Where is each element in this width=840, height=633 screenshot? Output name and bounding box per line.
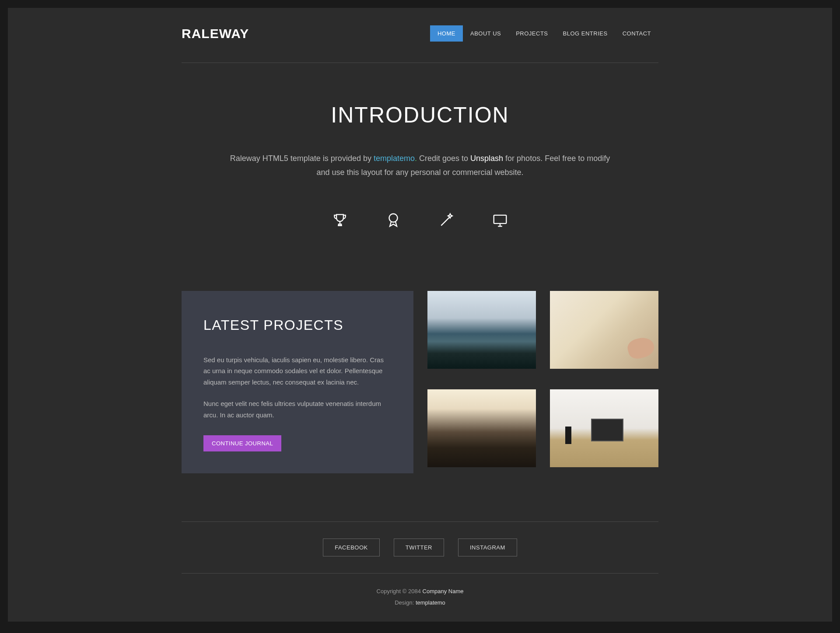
projects-paragraph-1: Sed eu turpis vehicula, iaculis sapien e… <box>203 354 392 388</box>
wand-icon[interactable] <box>437 210 456 230</box>
intro-text-pre: Raleway HTML5 template is provided by <box>230 154 374 163</box>
copyright-line: Copyright © 2084 Company Name <box>182 586 658 597</box>
trophy-icon[interactable] <box>330 210 350 230</box>
project-gallery <box>427 291 658 474</box>
social-row: FACEBOOK TWITTER INSTAGRAM <box>182 539 658 556</box>
unsplash-link[interactable]: Unsplash <box>470 154 503 163</box>
projects-title: LATEST PROJECTS <box>203 317 392 333</box>
facebook-link[interactable]: FACEBOOK <box>323 539 380 556</box>
svg-point-0 <box>389 214 398 222</box>
twitter-link[interactable]: TWITTER <box>394 539 444 556</box>
monitor-icon[interactable] <box>490 210 510 230</box>
header: RALEWAY HOME ABOUT US PROJECTS BLOG ENTR… <box>182 25 658 63</box>
svg-rect-1 <box>494 215 507 224</box>
logo[interactable]: RALEWAY <box>182 26 249 41</box>
templatemo-footer-link[interactable]: templatemo <box>416 599 445 606</box>
design-line: Design: templatemo <box>182 597 658 609</box>
project-thumb-1[interactable] <box>427 291 536 369</box>
projects-card: LATEST PROJECTS Sed eu turpis vehicula, … <box>182 291 413 474</box>
page-title: INTRODUCTION <box>182 102 658 128</box>
badge-icon[interactable] <box>384 210 403 230</box>
footer: FACEBOOK TWITTER INSTAGRAM Copyright © 2… <box>182 521 658 609</box>
projects-section: LATEST PROJECTS Sed eu turpis vehicula, … <box>182 291 658 474</box>
company-name[interactable]: Company Name <box>423 588 464 595</box>
design-pre: Design: <box>395 599 416 606</box>
feature-icon-row <box>182 210 658 230</box>
projects-paragraph-2: Nunc eget velit nec felis ultrices vulpu… <box>203 398 392 420</box>
nav-about-us[interactable]: ABOUT US <box>463 25 508 42</box>
project-thumb-2[interactable] <box>550 291 658 369</box>
instagram-link[interactable]: INSTAGRAM <box>458 539 517 556</box>
intro-text-mid: Credit goes to <box>417 154 470 163</box>
nav-home[interactable]: HOME <box>430 25 463 42</box>
project-thumb-3[interactable] <box>427 389 536 467</box>
templatemo-link[interactable]: templatemo <box>374 154 415 163</box>
nav-blog-entries[interactable]: BLOG ENTRIES <box>556 25 615 42</box>
nav-contact[interactable]: CONTACT <box>615 25 658 42</box>
project-thumb-4[interactable] <box>550 389 658 467</box>
main-nav: HOME ABOUT US PROJECTS BLOG ENTRIES CONT… <box>430 25 658 42</box>
continue-journal-button[interactable]: CONTINUE JOURNAL <box>203 435 281 451</box>
footer-bottom: Copyright © 2084 Company Name Design: te… <box>182 573 658 609</box>
copyright-pre: Copyright © 2084 <box>377 588 423 595</box>
nav-projects[interactable]: PROJECTS <box>508 25 555 42</box>
intro-section: INTRODUCTION Raleway HTML5 template is p… <box>182 63 658 252</box>
intro-text: Raleway HTML5 template is provided by te… <box>230 151 610 180</box>
